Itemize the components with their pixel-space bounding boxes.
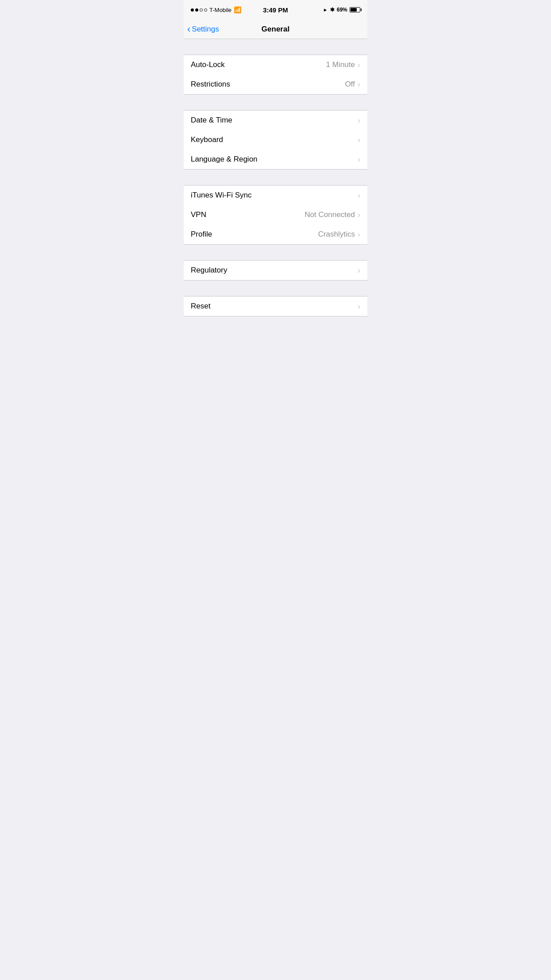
restrictions-value: Off [345,80,355,89]
restrictions-value-container: Off › [345,80,360,89]
carrier-label: T-Mobile [209,7,232,13]
profile-value-container: Crashlytics › [318,230,360,239]
language-region-row[interactable]: Language & Region › [184,150,367,169]
battery-fill [350,8,357,12]
reset-label: Reset [191,302,210,311]
auto-lock-value-container: 1 Minute › [326,60,360,70]
signal-dot-3 [200,8,203,12]
reset-chevron-icon: › [358,302,360,311]
profile-row[interactable]: Profile Crashlytics › [184,225,367,244]
section-reset: Reset › [184,296,367,316]
date-time-chevron-icon: › [358,116,360,125]
restrictions-label: Restrictions [191,80,230,89]
spacer-top [184,39,367,55]
bluetooth-icon: ✱ [330,7,335,13]
spacer-bottom [184,316,367,332]
itunes-wifi-sync-row[interactable]: iTunes Wi-Fi Sync › [184,186,367,205]
section-regulatory: Regulatory › [184,260,367,281]
keyboard-row[interactable]: Keyboard › [184,130,367,150]
date-time-label: Date & Time [191,116,232,125]
status-left: T-Mobile 📶 [191,6,241,13]
spacer-4 [184,281,367,296]
wifi-icon: 📶 [234,6,241,13]
language-region-label: Language & Region [191,155,257,164]
section-network: iTunes Wi-Fi Sync › VPN Not Connected › … [184,185,367,245]
spacer-2 [184,170,367,185]
spacer-3 [184,245,367,260]
itunes-wifi-sync-value-container: › [358,191,360,200]
status-time: 3:49 PM [263,6,288,14]
auto-lock-label: Auto-Lock [191,60,225,69]
section-lock: Auto-Lock 1 Minute › Restrictions Off › [184,55,367,95]
language-region-chevron-icon: › [358,155,360,164]
regulatory-value-container: › [358,266,360,275]
spacer-1 [184,95,367,110]
itunes-wifi-sync-chevron-icon: › [358,191,360,200]
restrictions-chevron-icon: › [358,80,360,89]
status-bar: T-Mobile 📶 3:49 PM ► ✱ 69% [184,0,367,20]
keyboard-label: Keyboard [191,135,223,144]
vpn-value-container: Not Connected › [305,210,360,220]
vpn-label: VPN [191,210,206,219]
auto-lock-chevron-icon: › [358,60,360,70]
auto-lock-value: 1 Minute [326,60,355,69]
location-icon: ► [323,7,328,12]
back-chevron-icon: ‹ [187,24,190,34]
keyboard-value-container: › [358,135,360,145]
signal-strength [191,8,207,12]
battery-icon [350,7,360,12]
date-time-value-container: › [358,116,360,125]
language-region-value-container: › [358,155,360,164]
back-button[interactable]: ‹ Settings [187,24,219,34]
profile-label: Profile [191,230,212,239]
regulatory-chevron-icon: › [358,266,360,275]
vpn-chevron-icon: › [358,210,360,220]
regulatory-label: Regulatory [191,266,227,275]
itunes-wifi-sync-label: iTunes Wi-Fi Sync [191,191,252,200]
navigation-bar: ‹ Settings General [184,20,367,39]
auto-lock-row[interactable]: Auto-Lock 1 Minute › [184,55,367,75]
settings-content: Auto-Lock 1 Minute › Restrictions Off › … [184,39,367,332]
regulatory-row[interactable]: Regulatory › [184,261,367,280]
page-title: General [261,25,289,34]
section-locale: Date & Time › Keyboard › Language & Regi… [184,110,367,170]
battery-percent-label: 69% [337,7,347,13]
date-time-row[interactable]: Date & Time › [184,111,367,130]
keyboard-chevron-icon: › [358,135,360,145]
vpn-row[interactable]: VPN Not Connected › [184,205,367,225]
profile-value: Crashlytics [318,230,355,239]
reset-value-container: › [358,302,360,311]
back-label: Settings [192,25,219,34]
status-right: ► ✱ 69% [323,7,360,13]
signal-dot-4 [204,8,207,12]
signal-dot-1 [191,8,194,12]
profile-chevron-icon: › [358,230,360,239]
reset-row[interactable]: Reset › [184,296,367,316]
vpn-value: Not Connected [305,210,355,219]
restrictions-row[interactable]: Restrictions Off › [184,75,367,94]
signal-dot-2 [195,8,198,12]
